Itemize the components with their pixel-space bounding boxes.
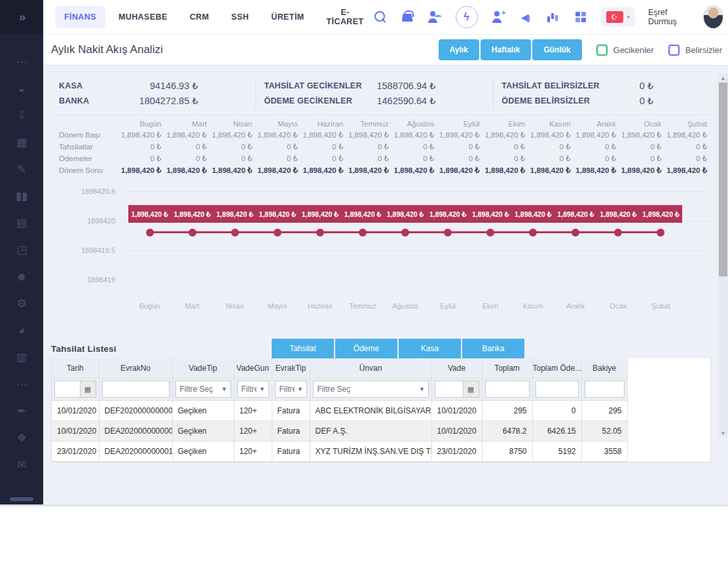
grid-col-header[interactable]: VadeTip: [172, 358, 234, 378]
select-filter[interactable]: Filtre Seç▼: [237, 381, 269, 398]
bar-chart-icon[interactable]: [546, 10, 560, 24]
list-tab-kasa[interactable]: Kasa: [399, 339, 461, 358]
search-icon[interactable]: [373, 10, 388, 24]
checkbox-gecikenler[interactable]: Gecikenler: [596, 45, 654, 56]
filter-input[interactable]: [585, 381, 624, 397]
grid-col-header[interactable]: EvrakNo: [99, 358, 172, 378]
grid-cell: Fatura: [272, 421, 310, 441]
cashflow-cell: 1,898,420 ₺: [529, 129, 574, 141]
sidebar-item[interactable]: ✉: [0, 451, 43, 478]
grid-filter-cell: ▼: [581, 378, 627, 400]
period-button-aylık[interactable]: Aylık: [439, 39, 479, 60]
pen-icon: ✒: [17, 406, 26, 417]
period-button-haftalık[interactable]: Haftalık: [481, 39, 531, 60]
nav-module-e-ti̇caret[interactable]: E-TİCARET: [318, 1, 373, 33]
calendar-icon[interactable]: ▦: [80, 381, 96, 397]
summary-value: 0 ₺: [600, 81, 711, 91]
sidebar-handle[interactable]: [10, 497, 33, 501]
scroll-down-icon[interactable]: ▼: [718, 428, 728, 438]
grid-col-header[interactable]: Ünvan: [310, 358, 431, 378]
gridline: [123, 280, 710, 280]
sidebar-item[interactable]: ◳: [0, 237, 43, 263]
summary-value: 94146.93 ₺: [105, 81, 255, 91]
list-header: Tahsilat Listesi TahsilatÖdemeKasaBanka: [51, 339, 711, 358]
user-plus-icon[interactable]: [491, 10, 505, 24]
grid-cell: 6478.2: [482, 421, 532, 441]
grid-cell: 52.05: [581, 421, 627, 441]
grid-col-header[interactable]: Tarih: [52, 358, 99, 378]
nav-module-ssh[interactable]: SSH: [222, 6, 258, 28]
sidebar-item[interactable]: ◒: [0, 75, 43, 102]
app-bottom-edge: [0, 504, 728, 506]
grid-col-header[interactable]: Vade: [431, 358, 482, 378]
sidebar-item[interactable]: ⚙: [0, 290, 43, 317]
sidebar-item[interactable]: ▦: [0, 129, 43, 156]
nav-module-fi̇nans[interactable]: FİNANS: [55, 6, 105, 28]
grid-cell: Fatura: [272, 441, 310, 461]
select-filter[interactable]: Filtre Seç▼: [275, 381, 307, 398]
users-icon[interactable]: [428, 10, 443, 24]
checkbox-box[interactable]: [596, 45, 608, 56]
basket-icon[interactable]: [401, 10, 415, 24]
grid-icon[interactable]: [573, 10, 588, 24]
sidebar-menu: ⋯◒⇩▦✎▮▮▤◳☻⚙◕▥⋯✒❖✉: [0, 48, 43, 478]
grid-col-header[interactable]: Toplam: [482, 358, 532, 378]
nav-module-üreti̇m[interactable]: ÜRETİM: [262, 6, 313, 28]
sidebar-item[interactable]: ⋯: [0, 371, 43, 398]
scrollbar-thumb[interactable]: [719, 83, 727, 276]
x-axis-tick: Aralık: [555, 302, 597, 310]
grid-row[interactable]: 23/01/2020DEA2020000000012Geçiken120+Fat…: [52, 441, 711, 461]
grid-col-header[interactable]: Toplam Öde...: [532, 358, 581, 378]
grid-header-filler: [627, 358, 711, 378]
grid-row[interactable]: 10/01/2020DEF2020000000005Geçiken120+Fat…: [52, 400, 711, 421]
sidebar-item[interactable]: ▮▮: [0, 183, 43, 210]
point-label: 1,898,420 ₺: [213, 205, 256, 223]
list-tab-ödeme[interactable]: Ödeme: [335, 339, 397, 358]
grid-filter-cell: ▦: [52, 378, 99, 400]
flash-icon[interactable]: ϟ: [456, 6, 478, 28]
checkbox-belirsizler[interactable]: Belirsizler: [668, 45, 722, 56]
speaker-icon[interactable]: ◀): [519, 10, 533, 24]
list-tab-banka[interactable]: Banka: [462, 339, 524, 358]
nav-module-crm[interactable]: CRM: [181, 6, 219, 28]
filter-input[interactable]: [486, 381, 529, 397]
grid-col-header[interactable]: EvrakTip: [272, 358, 310, 378]
sidebar-item[interactable]: ❖: [0, 425, 43, 451]
checkbox-box[interactable]: [668, 45, 680, 56]
chevron-down-icon: ▼: [257, 386, 268, 392]
grid-row[interactable]: 10/01/2020DEA2020000000001Geçiken120+Fat…: [52, 421, 711, 441]
filter-input[interactable]: [536, 381, 578, 397]
date-filter-input[interactable]: [55, 381, 80, 397]
chevrons-right-icon[interactable]: »: [19, 10, 25, 24]
user-avatar[interactable]: [703, 5, 723, 29]
nav-module-muhasebe[interactable]: MUHASEBE: [109, 6, 177, 28]
language-selector[interactable]: ☪ ▾: [601, 7, 636, 27]
sidebar-item[interactable]: ✒: [0, 398, 43, 425]
data-point-marker: [469, 228, 512, 237]
sidebar-item[interactable]: ⋯: [0, 48, 43, 75]
sidebar-item[interactable]: ⇩: [0, 102, 43, 129]
grid-col-header[interactable]: VadeGun: [234, 358, 272, 378]
calendar-icon[interactable]: ▦: [463, 381, 479, 397]
cashflow-col-header: Ocak: [620, 119, 665, 129]
user-name[interactable]: Eşref Durmuş: [648, 8, 690, 26]
summary-group: KASA94146.93 ₺BANKA1804272.85 ₺: [51, 77, 255, 109]
cashflow-cell: 0 ₺: [393, 153, 438, 164]
x-axis-tick: Ocak: [597, 302, 640, 310]
grid-filter-cell: ▼: [532, 378, 581, 400]
scroll-up-icon[interactable]: ▲: [718, 73, 728, 83]
list-tab-tahsilat[interactable]: Tahsilat: [272, 339, 334, 358]
period-button-günlük[interactable]: Günlük: [532, 39, 581, 60]
sidebar-item[interactable]: ▤: [0, 210, 43, 237]
date-filter-input[interactable]: [435, 381, 463, 397]
grid-col-header[interactable]: Bakiye: [581, 358, 627, 378]
sidebar-item[interactable]: ✎: [0, 156, 43, 183]
select-filter[interactable]: Filtre Seç▼: [313, 381, 429, 398]
cashflow-cell: 0 ₺: [438, 153, 483, 164]
sidebar-item[interactable]: ▥: [0, 344, 43, 371]
sidebar-item[interactable]: ◕: [0, 317, 43, 344]
content-scrollbar[interactable]: ▲ ▼: [718, 73, 728, 438]
select-filter[interactable]: Filtre Seç▼: [175, 381, 231, 398]
sidebar-item[interactable]: ☻: [0, 263, 43, 290]
filter-input[interactable]: [103, 381, 169, 397]
